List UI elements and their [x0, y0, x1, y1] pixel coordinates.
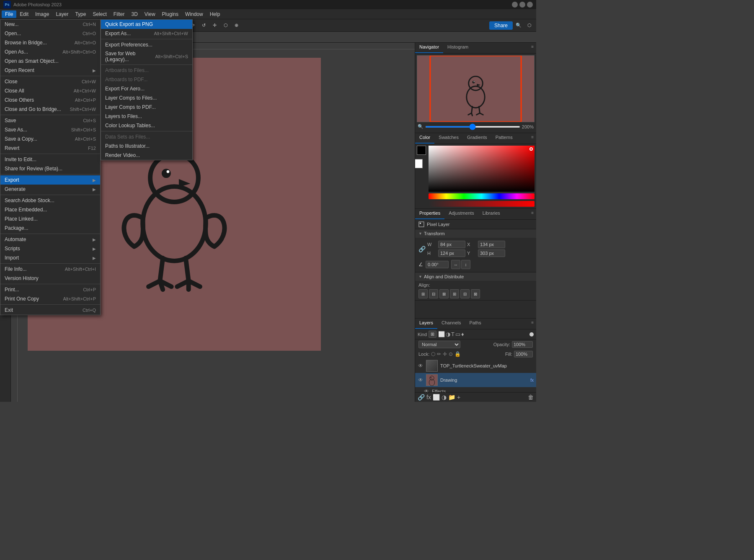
layer-item-turtleneck[interactable]: 👁 TOP_TurtleneckSweater_uvMap [415, 359, 536, 373]
h-input[interactable] [438, 249, 465, 257]
export-save-web[interactable]: Save for Web (Legacy)... Alt+Shift+Ctrl+… [101, 49, 192, 64]
menu-close[interactable]: Close Ctrl+W [0, 77, 100, 86]
menu-window[interactable]: Window [182, 10, 207, 18]
menu-filter[interactable]: Filter [110, 10, 128, 18]
filter-text-icon[interactable]: T [451, 331, 454, 337]
layer-vis-effects[interactable]: 👁 [423, 388, 429, 392]
menu-view[interactable]: View [141, 10, 159, 18]
menu-import[interactable]: Import ▶ [0, 253, 100, 262]
x-input[interactable] [478, 241, 505, 248]
align-header[interactable]: ▼ Align and Distribute [415, 272, 536, 281]
menu-help[interactable]: Help [207, 10, 224, 18]
color-hue-bar[interactable] [429, 193, 535, 199]
menu-automate[interactable]: Automate ▶ [0, 235, 100, 244]
menu-file-info[interactable]: File Info... Alt+Shift+Ctrl+I [0, 265, 100, 274]
tab-color[interactable]: Color [415, 133, 434, 144]
w-input[interactable] [438, 241, 465, 248]
layer-new-btn[interactable]: + [457, 394, 460, 401]
blend-mode-select[interactable]: Normal Multiply Screen Overlay [418, 341, 460, 348]
window-controls[interactable] [512, 2, 533, 8]
search-btn[interactable]: 🔍 [514, 21, 524, 31]
flip-h-btn[interactable]: ↔ [451, 260, 460, 269]
menu-save[interactable]: Save Ctrl+S [0, 116, 100, 125]
export-quick-png[interactable]: Quick Export as PNG [101, 20, 192, 29]
maximize-button[interactable] [519, 2, 525, 8]
menu-save-as[interactable]: Save As... Shift+Ctrl+S [0, 125, 100, 134]
menu-version-history[interactable]: Version History [0, 274, 100, 283]
menu-place-linked[interactable]: Place Linked... [0, 214, 100, 223]
menu-close-bridge[interactable]: Close and Go to Bridge... Shift+Ctrl+W [0, 105, 100, 114]
menu-exit[interactable]: Exit Ctrl+Q [0, 306, 100, 315]
tab-histogram[interactable]: Histogram [443, 43, 473, 53]
menu-print[interactable]: Print... Ctrl+P [0, 285, 100, 294]
layer-delete-btn[interactable]: 🗑 [528, 394, 534, 401]
tab-navigator[interactable]: Navigator [415, 43, 443, 53]
layer-vis-turtleneck[interactable]: 👁 [418, 363, 423, 369]
angle-input[interactable] [426, 261, 449, 268]
tab-paths[interactable]: Paths [465, 319, 485, 329]
filter-adj-icon[interactable]: ◑ [446, 331, 450, 337]
menu-adobe-stock[interactable]: Search Adobe Stock... [0, 196, 100, 205]
menu-layer[interactable]: Layer [52, 10, 72, 18]
menu-image[interactable]: Image [32, 10, 52, 18]
3d-slide-btn[interactable]: ⬡ [221, 21, 231, 31]
tab-libraries[interactable]: Libraries [478, 209, 504, 219]
3d-roll-btn[interactable]: ↺ [199, 21, 209, 31]
opacity-input[interactable] [512, 341, 533, 348]
menu-3d[interactable]: 3D [128, 10, 141, 18]
lock-paint-btn[interactable]: ✏ [437, 351, 441, 357]
color-alpha-bar[interactable] [429, 201, 535, 207]
lock-artboard-btn[interactable]: ⊙ [449, 351, 453, 357]
align-v-center-btn[interactable]: ⊟ [460, 289, 470, 298]
align-right-edge-btn[interactable]: ⊠ [439, 289, 449, 298]
tab-channels[interactable]: Channels [437, 319, 465, 329]
export-render-video[interactable]: Render Video... [101, 151, 192, 160]
3d-scale-btn[interactable]: ⊕ [232, 21, 242, 31]
properties-expand[interactable]: ≡ [529, 209, 536, 219]
lock-transparent-btn[interactable]: ⬡ [431, 351, 435, 357]
3d-pan-btn[interactable]: ✛ [210, 21, 220, 31]
layer-mask-btn[interactable]: ⬜ [433, 394, 440, 401]
filter-type-btn[interactable]: ⊞ [429, 331, 436, 338]
export-as[interactable]: Export As... Alt+Shift+Ctrl+W [101, 29, 192, 38]
fill-input[interactable] [514, 351, 533, 357]
export-prefs[interactable]: Export Preferences... [101, 40, 192, 49]
tab-gradients[interactable]: Gradients [463, 133, 491, 144]
link-icon[interactable]: 🔗 [418, 246, 426, 252]
menu-bridge[interactable]: Browse in Bridge... Alt+Ctrl+O [0, 38, 100, 47]
layer-adj-btn[interactable]: ◑ [442, 394, 447, 401]
menu-close-others[interactable]: Close Others Alt+Ctrl+P [0, 95, 100, 105]
filter-pixel-icon[interactable]: ⬜ [438, 331, 445, 337]
menu-package[interactable]: Package... [0, 223, 100, 233]
y-input[interactable] [478, 249, 505, 257]
export-for-aero[interactable]: Export For Aero... [101, 84, 192, 93]
navigator-expand-btn[interactable]: ≡ [529, 43, 536, 53]
menu-generate[interactable]: Generate ▶ [0, 185, 100, 194]
filter-active-indicator[interactable] [529, 332, 534, 337]
layer-item-effects[interactable]: 👁 Effects [415, 387, 536, 392]
export-layer-comps-pdf[interactable]: Layer Comps to PDF... [101, 103, 192, 112]
layer-item-drawing[interactable]: 👁 Drawing fx [415, 373, 536, 387]
export-paths-illustrator[interactable]: Paths to Illustrator... [101, 141, 192, 151]
export-layer-comps-files[interactable]: Layer Comps to Files... [101, 93, 192, 103]
menu-print-one[interactable]: Print One Copy Alt+Shift+Ctrl+P [0, 294, 100, 303]
tab-layers[interactable]: Layers [415, 319, 437, 329]
transform-header[interactable]: ▼ Transform [415, 229, 536, 238]
menu-scripts[interactable]: Scripts ▶ [0, 244, 100, 253]
share-button[interactable]: Share [489, 21, 513, 30]
align-top-edge-btn[interactable]: ⊞ [450, 289, 459, 298]
flip-v-btn[interactable]: ↕ [461, 260, 470, 269]
menu-save-copy[interactable]: Save a Copy... Alt+Ctrl+S [0, 134, 100, 144]
menu-export[interactable]: Export ▶ [0, 175, 100, 185]
zoom-slider[interactable] [425, 126, 520, 128]
layer-style-btn[interactable]: fx [426, 394, 431, 401]
menu-open-recent[interactable]: Open Recent ▶ [0, 66, 100, 75]
tab-adjustments[interactable]: Adjustments [444, 209, 478, 219]
menu-invite[interactable]: Invite to Edit... [0, 155, 100, 164]
menu-open[interactable]: Open... Ctrl+O [0, 29, 100, 38]
color-panel-expand[interactable]: ≡ [529, 133, 536, 144]
menu-file[interactable]: File [2, 10, 16, 18]
align-bottom-edge-btn[interactable]: ⊠ [471, 289, 480, 298]
menu-open-as[interactable]: Open As... Alt+Shift+Ctrl+O [0, 47, 100, 57]
lock-all-btn[interactable]: 🔒 [454, 351, 461, 357]
